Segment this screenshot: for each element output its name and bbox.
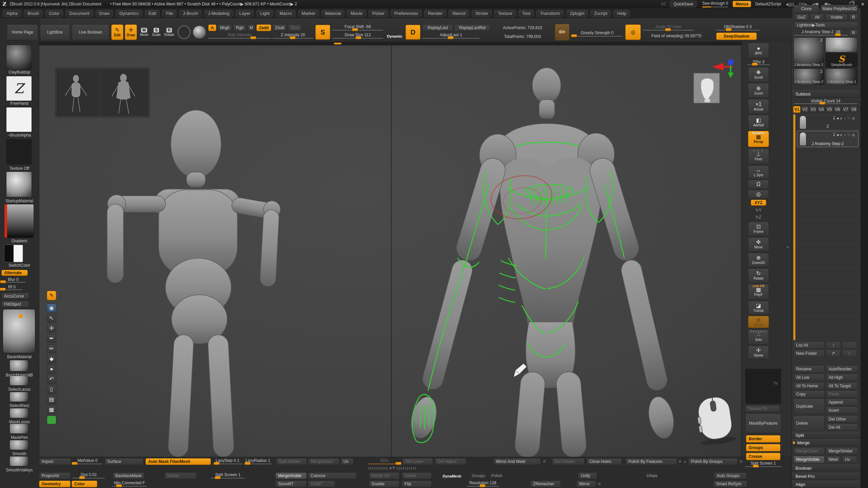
crease-button[interactable]: Crease: [746, 453, 781, 460]
crosshair-icon[interactable]: ✛: [47, 324, 56, 333]
dist-slider[interactable]: Dist 0.02: [73, 472, 105, 479]
bpr-button[interactable]: ●BPR: [748, 43, 769, 58]
subtool-row-empty[interactable]: [797, 292, 859, 316]
sdiv-slider-handle[interactable]: [395, 462, 401, 465]
menu-document[interactable]: Document: [65, 10, 93, 17]
redo-arrow-button[interactable]: ↱: [826, 350, 841, 357]
dock-left-shelf-icon[interactable]: ◂||||: [786, 2, 794, 7]
del-higher-button[interactable]: Del Higher: [435, 458, 466, 465]
split-screen-slider[interactable]: Split Screen 1: [745, 461, 781, 468]
mergevisible-button[interactable]: MergeVisible: [793, 456, 825, 463]
mask-by-feature-button[interactable]: MaskByFeature: [745, 413, 781, 433]
mirror-weld-axis-dot[interactable]: [542, 460, 547, 464]
texture-preview[interactable]: [745, 369, 781, 404]
mirror-and-weld-button[interactable]: Mirror And Weld: [493, 458, 541, 465]
smart-resym-button[interactable]: Smart ReSym: [713, 481, 747, 487]
smooth-valleys-thumbnail[interactable]: [9, 456, 28, 466]
subtool-header[interactable]: Subtool: [792, 90, 860, 98]
dist-slider-handle[interactable]: [79, 476, 85, 479]
morph-uv-button[interactable]: Morph UV: [369, 472, 399, 479]
menu-light[interactable]: Light: [256, 10, 273, 17]
menu-dynamics[interactable]: Dynamics: [116, 10, 142, 17]
flip-button[interactable]: Flip: [402, 481, 432, 487]
mask-lasso-thumbnail[interactable]: [9, 408, 28, 418]
quicksave-button[interactable]: QuickSave: [670, 1, 697, 7]
make-polymesh3d-button[interactable]: Make PolyMesh3D: [821, 5, 859, 13]
camera-toggle-button[interactable]: ◎: [748, 190, 769, 199]
menu-picker[interactable]: Picker: [369, 10, 388, 17]
version-v2[interactable]: V2: [801, 106, 809, 113]
del-all-button[interactable]: Del All: [826, 424, 858, 431]
bevel-pro-section-header[interactable]: Bevel Pro: [792, 473, 860, 480]
lazyradius-slider-handle[interactable]: [244, 462, 251, 465]
menu-texture[interactable]: Texture: [494, 10, 516, 17]
undo-icon[interactable]: ↶: [47, 375, 56, 384]
menu-brush[interactable]: Brush: [24, 10, 43, 17]
default-zscript-button[interactable]: DefaultZScript: [755, 2, 781, 6]
import-button[interactable]: Import: [39, 458, 71, 465]
zremesher-button[interactable]: ZRemesher: [530, 481, 561, 487]
menu-j-modeling[interactable]: J-Modeling: [204, 10, 233, 17]
live-boolean-button[interactable]: Live Boolean: [72, 24, 109, 40]
draw-size-slider-handle[interactable]: [355, 36, 361, 39]
split-hidden-button[interactable]: Split Hidden: [276, 458, 307, 465]
all-to-home-button[interactable]: All To Home: [793, 382, 825, 390]
close-button[interactable]: ✕: [861, 2, 865, 7]
version-v7[interactable]: V7: [842, 106, 849, 113]
all-low-button[interactable]: All Low: [793, 374, 825, 381]
list-all-button[interactable]: List All: [793, 342, 825, 349]
del-other-button[interactable]: Del Other: [826, 415, 858, 423]
split-section-header[interactable]: Split: [792, 432, 860, 439]
split-screen-bottom-slider-handle[interactable]: [215, 476, 221, 479]
duplicate-button[interactable]: Duplicate: [793, 399, 825, 414]
angle-of-view-slider[interactable]: Angle Of View: [643, 24, 694, 31]
tool-cylinder3d[interactable]: Cylinder3D: [825, 37, 858, 52]
zoom-button[interactable]: ⊕Zoom: [748, 83, 769, 98]
rgb-toggle[interactable]: Rgb: [233, 24, 246, 31]
menu-zplugin[interactable]: Zplugin: [566, 10, 588, 17]
z-intensity-slider-handle[interactable]: [290, 36, 296, 39]
del-lower-button[interactable]: Del Lower: [402, 458, 433, 465]
backfacemask-button[interactable]: BackfaceMask: [113, 472, 144, 479]
subtool-row[interactable]: ↧●◐◑✎◉J Anatomy Step-2: [797, 131, 859, 147]
subtool-icons[interactable]: ↧●◐◑✎◉: [832, 133, 856, 137]
midvalue-slider[interactable]: MidValue 0: [73, 458, 102, 465]
focal-shift-slider[interactable]: Focal Shift -56: [332, 24, 383, 31]
visible-count-slider-handle[interactable]: [819, 102, 825, 105]
zadd-toggle[interactable]: Zadd: [256, 24, 271, 31]
all-to-target-button[interactable]: All To Target: [826, 382, 858, 390]
polish-groups-dot[interactable]: [739, 460, 743, 464]
fillobject-button[interactable]: FillObject: [1, 301, 29, 307]
version-v8[interactable]: V8: [850, 106, 857, 113]
dot-icon[interactable]: ●: [47, 365, 56, 373]
rf-slider-handle[interactable]: [0, 288, 6, 291]
scroll-button[interactable]: ✥Scroll: [748, 67, 769, 82]
auto-groups-button[interactable]: Auto Groups: [714, 472, 747, 479]
persp-button[interactable]: Dynamic▦Persp: [748, 131, 769, 147]
move-3d-button[interactable]: ✜Move: [748, 237, 769, 251]
lazyradius-slider[interactable]: LazyRadius 1: [244, 458, 272, 465]
subtool-row[interactable]: ↧●◐◑✎◉2: [797, 114, 859, 130]
stroke-thumbnail[interactable]: Z: [6, 76, 32, 101]
subtool-row-empty[interactable]: [797, 148, 859, 172]
actual-button[interactable]: ×1Actual: [748, 99, 769, 114]
menu-draw[interactable]: Draw: [96, 10, 113, 17]
goz-button[interactable]: GoZ: [794, 14, 809, 21]
zsub-toggle[interactable]: Zsub: [273, 24, 287, 31]
rotate-z-button[interactable]: ↻Z: [753, 214, 764, 221]
rotate-y-button[interactable]: ↻Y: [753, 207, 764, 214]
border-button[interactable]: Border: [746, 435, 781, 443]
menu-tool[interactable]: Tool: [518, 10, 534, 17]
adjust-last-slider-handle[interactable]: [448, 36, 454, 39]
menu-transform[interactable]: Transform: [536, 10, 564, 17]
subtool-row-empty[interactable]: [797, 172, 859, 196]
xpose-button[interactable]: ✢Xpose: [748, 346, 769, 359]
rotate-xyz-button[interactable]: XYZ: [751, 200, 766, 206]
lightbox-tools-button[interactable]: Lightbox▶Tools: [794, 22, 858, 28]
accucurve-button[interactable]: AccuCurve: [1, 293, 29, 299]
alpha-thumbnail[interactable]: [6, 107, 32, 132]
resolution-slider-handle[interactable]: [479, 484, 486, 487]
obj-shadow-slider-handle[interactable]: [726, 28, 732, 31]
texture-thumbnail[interactable]: [6, 139, 32, 165]
close-holes-button[interactable]: Close Holes: [587, 458, 622, 465]
